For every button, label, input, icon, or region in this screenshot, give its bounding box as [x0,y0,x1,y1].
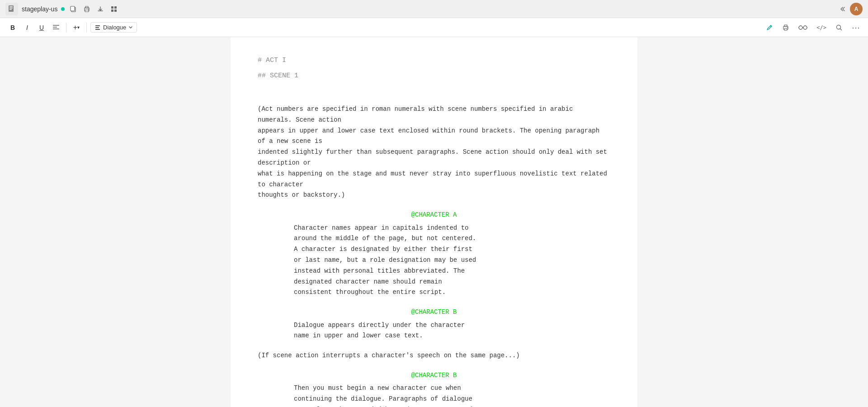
svg-rect-3 [9,9,12,10]
svg-rect-7 [85,10,89,12]
svg-point-24 [799,26,802,29]
more-btn[interactable]: ⋯ [850,21,862,34]
stage-direction-1: (Act numbers are specified in roman nume… [258,104,610,201]
eyeglasses-btn[interactable] [797,24,809,32]
svg-rect-5 [71,6,75,11]
svg-rect-21 [784,28,787,30]
underline-button[interactable]: U [35,21,48,34]
script-content[interactable]: # ACT I ## SCENE 1 (Act numbers are spec… [258,55,610,407]
code-btn[interactable]: </> [815,23,828,32]
editor-container: # ACT I ## SCENE 1 (Act numbers are spec… [231,37,637,407]
toolbar: B I U + ▾ Dialogue [0,18,868,37]
svg-rect-12 [111,9,113,12]
avatar: A [850,3,863,15]
dialogue-icon [94,24,101,31]
top-bar-left: stageplay-us [5,3,834,15]
bold-button[interactable]: B [6,21,19,34]
svg-rect-13 [114,9,117,12]
svg-rect-10 [111,6,113,9]
scene-heading: ## SCENE 1 [258,71,610,81]
collapse-btn[interactable] [837,5,846,14]
grid-btn[interactable] [109,4,119,14]
dialogue-a: Character names appear in capitals inden… [294,223,484,298]
dialogue-b-2: Then you must begin a new character cue … [294,383,484,407]
app-icon [5,3,18,15]
toolbar-divider [66,23,66,33]
toolbar-left: B I U + ▾ Dialogue [6,21,763,34]
stage-direction-2: (If scene action interrupts a character'… [258,350,610,361]
edit-button[interactable] [764,23,774,33]
print-toolbar-btn[interactable] [781,23,791,33]
top-bar-icons [837,5,846,14]
svg-point-9 [88,9,89,9]
top-bar: stageplay-us [0,0,868,18]
svg-rect-19 [95,29,100,30]
svg-rect-1 [9,6,13,7]
status-dot [61,7,65,11]
chevron-down-icon [128,26,133,29]
add-button[interactable]: + ▾ [70,21,83,34]
style-dropdown[interactable]: Dialogue [90,22,137,33]
svg-rect-17 [95,25,100,26]
svg-rect-2 [9,8,13,9]
svg-point-23 [787,27,788,28]
dialogue-b-1: Dialogue appears directly under the char… [294,320,484,342]
svg-point-25 [803,26,807,29]
character-a-name: @CHARACTER A [258,210,610,220]
act-heading: # ACT I [258,55,610,66]
svg-rect-18 [95,27,99,28]
character-b-2-name: @CHARACTER B [258,370,610,380]
style-dropdown-label: Dialogue [103,24,126,31]
main-content-wrapper: # ACT I ## SCENE 1 (Act numbers are spec… [0,37,868,407]
doc-title: stageplay-us [22,5,57,13]
character-b-1-name: @CHARACTER B [258,307,610,317]
download-btn[interactable] [95,4,105,14]
alignment-button[interactable] [50,21,62,34]
copy-icon-btn[interactable] [68,4,78,14]
top-bar-right: A [850,3,863,15]
print-btn[interactable] [82,4,92,14]
search-btn[interactable] [834,23,844,33]
toolbar-right: </> ⋯ [764,21,862,34]
toolbar-divider-2 [86,23,87,33]
italic-button[interactable]: I [21,21,33,34]
svg-rect-11 [114,6,117,9]
svg-rect-22 [784,25,787,27]
